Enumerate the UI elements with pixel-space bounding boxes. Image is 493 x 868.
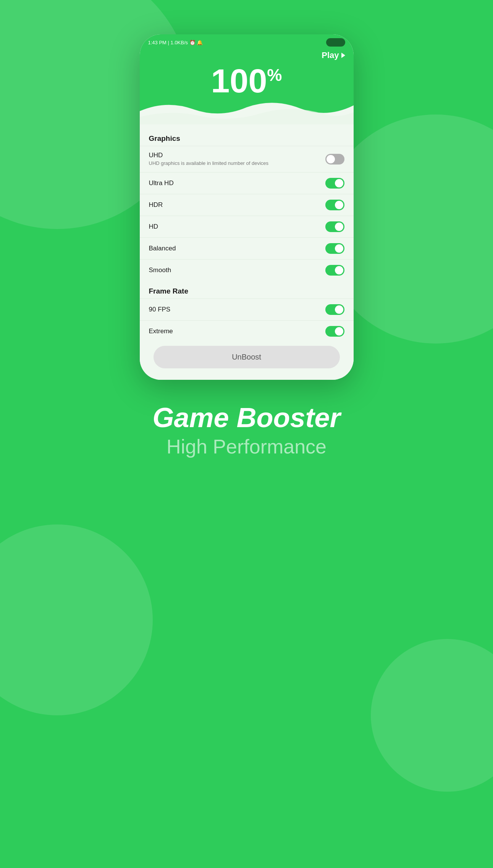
play-label: Play [322, 50, 339, 60]
battery-icon [326, 38, 345, 47]
setting-hdr: HDR [140, 194, 354, 216]
setting-uhd: UHD UHD graphics is available in limited… [140, 146, 354, 172]
setting-hdr-content: HDR [149, 201, 325, 209]
toggle-hd[interactable] [325, 221, 344, 232]
toggle-90fps[interactable] [325, 304, 344, 315]
content-area: Graphics UHD UHD graphics is available i… [140, 124, 354, 380]
toggle-smooth-knob [335, 266, 343, 274]
toggle-balanced[interactable] [325, 243, 344, 254]
bottom-text: Game Booster High Performance [152, 403, 340, 458]
graphics-section-header: Graphics [140, 128, 354, 146]
play-button[interactable]: Play [322, 50, 345, 60]
app-subtitle: High Performance [152, 435, 340, 458]
status-time-speed: 1:43 PM | 1.0KB/s ⏰ 🔔 [148, 40, 203, 45]
setting-hd-label: HD [149, 223, 325, 231]
setting-ultrahd-content: Ultra HD [149, 179, 325, 187]
status-right-icons [326, 38, 345, 47]
toggle-hd-knob [335, 223, 343, 231]
toggle-extreme[interactable] [325, 326, 344, 337]
setting-smooth: Smooth [140, 259, 354, 281]
setting-hd-content: HD [149, 223, 325, 231]
toggle-extreme-knob [335, 327, 343, 336]
play-icon [341, 53, 345, 58]
setting-extreme-label: Extreme [149, 328, 325, 335]
app-title: Game Booster [152, 403, 340, 433]
percent-display: 100% [140, 60, 354, 98]
setting-balanced: Balanced [140, 237, 354, 259]
status-time: 1:43 PM [148, 40, 166, 45]
setting-ultrahd: Ultra HD [140, 172, 354, 194]
setting-uhd-content: UHD UHD graphics is available in limited… [149, 152, 325, 167]
setting-smooth-content: Smooth [149, 266, 325, 274]
setting-smooth-label: Smooth [149, 266, 325, 274]
setting-uhd-label: UHD [149, 152, 325, 159]
setting-90fps-content: 90 FPS [149, 306, 325, 313]
setting-uhd-desc: UHD graphics is available in limited num… [149, 160, 286, 167]
toggle-ultrahd[interactable] [325, 178, 344, 189]
status-separator: | [168, 40, 171, 45]
toggle-uhd-knob [327, 155, 335, 163]
setting-90fps-label: 90 FPS [149, 306, 325, 313]
setting-balanced-label: Balanced [149, 245, 325, 252]
play-header: Play [140, 49, 354, 60]
toggle-90fps-knob [335, 305, 343, 314]
unboost-button[interactable]: UnBoost [154, 346, 340, 368]
setting-hd: HD [140, 216, 354, 237]
toggle-ultrahd-knob [335, 179, 343, 187]
percent-sign: % [267, 66, 282, 84]
phone-frame: 1:43 PM | 1.0KB/s ⏰ 🔔 Play 100% Graphics [140, 34, 354, 380]
status-speed: 1.0KB/s [171, 40, 188, 45]
toggle-hdr-knob [335, 201, 343, 209]
status-bar: 1:43 PM | 1.0KB/s ⏰ 🔔 [140, 34, 354, 49]
percent-value: 100% [148, 64, 345, 98]
setting-balanced-content: Balanced [149, 245, 325, 252]
setting-ultrahd-label: Ultra HD [149, 179, 325, 187]
setting-90fps: 90 FPS [140, 298, 354, 320]
toggle-balanced-knob [335, 244, 343, 253]
framerate-section-header: Frame Rate [140, 281, 354, 298]
toggle-smooth[interactable] [325, 265, 344, 276]
toggle-uhd[interactable] [325, 154, 344, 165]
bg-decoration-4 [371, 639, 493, 792]
toggle-hdr[interactable] [325, 200, 344, 210]
setting-extreme-content: Extreme [149, 328, 325, 335]
setting-extreme: Extreme [140, 320, 354, 342]
wave-divider [140, 98, 354, 124]
setting-hdr-label: HDR [149, 201, 325, 209]
status-icons: ⏰ 🔔 [189, 40, 203, 45]
bg-decoration-3 [0, 524, 153, 715]
